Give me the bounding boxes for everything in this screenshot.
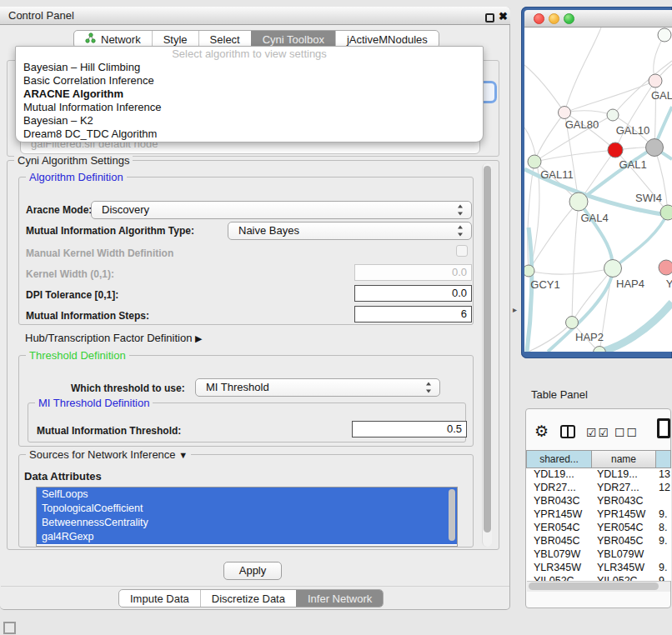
network-icon bbox=[85, 32, 96, 46]
minimize-traffic-light[interactable] bbox=[549, 13, 559, 24]
mi-steps-label: Mutual Information Steps: bbox=[26, 310, 149, 322]
attribute-item-selected[interactable]: BetweennessCentrality bbox=[37, 516, 457, 530]
table-row[interactable]: YPR145W YPR145W 9. bbox=[526, 508, 671, 522]
hub-definition-expander[interactable]: Hub/Transcription Factor Definition ▶ bbox=[25, 332, 202, 344]
mi-steps-field[interactable]: 6 bbox=[354, 306, 472, 322]
node[interactable] bbox=[649, 74, 662, 88]
tab-infer-network[interactable]: Infer Network bbox=[296, 590, 383, 607]
node-label: GCY1 bbox=[530, 278, 559, 291]
table-row[interactable]: YDR27... YDR27... 12 bbox=[526, 482, 671, 495]
zoom-traffic-light[interactable] bbox=[564, 13, 574, 24]
dropdown-item[interactable]: Dream8 DC_TDC Algorithm bbox=[16, 128, 483, 141]
node-label: HAP4 bbox=[616, 278, 644, 290]
tab-style[interactable]: Style bbox=[152, 31, 198, 48]
close-icon[interactable]: ✖ bbox=[499, 10, 508, 22]
node-swi4[interactable] bbox=[660, 205, 672, 220]
edge bbox=[529, 202, 579, 271]
tab-select[interactable]: Select bbox=[198, 31, 251, 48]
dropdown-item[interactable]: Mutual Information Inference bbox=[16, 101, 483, 114]
column-header-shared-name[interactable]: shared... bbox=[526, 450, 592, 468]
node-label: GAL bbox=[651, 89, 672, 102]
float-panel-icon[interactable] bbox=[485, 13, 494, 22]
settings-scrollbar-thumb[interactable] bbox=[484, 166, 491, 532]
node-hap4[interactable] bbox=[604, 260, 622, 278]
node-gray[interactable] bbox=[646, 139, 664, 157]
node-gcy1[interactable] bbox=[524, 265, 534, 277]
network-window-titlebar[interactable] bbox=[524, 10, 672, 28]
node[interactable] bbox=[658, 28, 671, 42]
node-label: HAP2 bbox=[575, 331, 604, 343]
combo-spinner-icon bbox=[457, 205, 464, 216]
node-gal1-selected[interactable] bbox=[608, 142, 623, 158]
dropdown-item[interactable]: Basic Correlation Inference bbox=[16, 74, 483, 88]
tab-network-label: Network bbox=[101, 33, 141, 46]
combo-spinner-icon bbox=[425, 382, 433, 393]
splitter-handle-icon[interactable]: ▸ bbox=[513, 305, 517, 314]
which-threshold-label: Which threshold to use: bbox=[71, 382, 185, 394]
node-hap2[interactable] bbox=[566, 317, 579, 329]
attribute-item-selected[interactable]: gal4RGexp bbox=[37, 530, 457, 544]
sources-title: Sources for Network Inference ▼ bbox=[26, 448, 191, 461]
node-pink[interactable] bbox=[659, 260, 672, 275]
which-threshold-combo[interactable]: MI Threshold bbox=[195, 378, 440, 397]
table-row[interactable]: YBL079W YBL079W bbox=[526, 548, 671, 562]
algorithm-definition-title: Algorithm Definition bbox=[26, 171, 127, 183]
mi-threshold-field[interactable]: 0.5 bbox=[352, 421, 467, 438]
node-gal10[interactable] bbox=[607, 109, 619, 121]
aracne-mode-label: Aracne Mode: bbox=[26, 204, 92, 216]
column-header-partial[interactable] bbox=[656, 450, 671, 468]
table-row[interactable]: YIL052C YIL052C 9 bbox=[526, 575, 671, 581]
settings-scrollbar[interactable] bbox=[482, 163, 492, 547]
deselect-all-columns-icon[interactable]: ☐☐ bbox=[614, 426, 639, 439]
attribute-item-selected[interactable]: SelfLoops bbox=[37, 488, 457, 502]
attributes-scrollbar-thumb[interactable] bbox=[449, 489, 455, 541]
aracne-mode-combo[interactable]: Discovery bbox=[91, 201, 472, 219]
table-row[interactable]: YBR043C YBR043C bbox=[526, 495, 671, 508]
apply-button[interactable]: Apply bbox=[223, 562, 282, 580]
node-label: SWI4 bbox=[635, 192, 662, 204]
new-table-icon[interactable] bbox=[657, 418, 670, 438]
threshold-definition-title: Threshold Definition bbox=[26, 349, 129, 362]
tab-network[interactable]: Network bbox=[74, 31, 152, 48]
bottom-tabbar: Impute Data Discretize Data Infer Networ… bbox=[118, 589, 384, 608]
mi-type-combo[interactable]: Naive Bayes bbox=[228, 222, 472, 240]
dropdown-item[interactable]: Bayesian – K2 bbox=[16, 114, 483, 128]
dpi-tolerance-label: DPI Tolerance [0,1]: bbox=[26, 289, 118, 301]
dropdown-item-selected[interactable]: ARACNE Algorithm bbox=[16, 88, 483, 101]
table-row[interactable]: YDL19... YDL19... 13 bbox=[526, 468, 671, 482]
control-panel-titlebar[interactable] bbox=[0, 7, 510, 25]
split-columns-icon[interactable] bbox=[560, 425, 575, 438]
close-traffic-light[interactable] bbox=[534, 13, 544, 24]
manual-kernel-checkbox[interactable] bbox=[456, 245, 468, 257]
table-row[interactable]: YBR045C YBR045C 9. bbox=[526, 535, 671, 548]
edge bbox=[534, 150, 615, 162]
tab-cyni-toolbox[interactable]: Cyni Toolbox bbox=[251, 31, 335, 48]
kernel-width-field[interactable]: 0.0 bbox=[354, 264, 472, 281]
dropdown-item[interactable]: Bayesian – Hill Climbing bbox=[16, 61, 483, 74]
select-all-columns-icon[interactable]: ☑☑ bbox=[586, 426, 610, 439]
table-horizontal-scrollbar-thumb[interactable] bbox=[529, 582, 659, 590]
edge bbox=[572, 268, 613, 322]
expander-collapsed-icon: ▶ bbox=[195, 333, 202, 343]
tab-impute-data[interactable]: Impute Data bbox=[119, 590, 200, 607]
table-row[interactable]: YLR345W YLR345W 9. bbox=[526, 562, 671, 575]
dpi-tolerance-field[interactable]: 0.0 bbox=[354, 285, 472, 302]
attribute-item-selected[interactable]: TopologicalCoefficient bbox=[37, 502, 457, 516]
tab-discretize-data[interactable]: Discretize Data bbox=[200, 590, 296, 607]
network-canvas[interactable]: GAL GAL80 GAL10 GAL1 GAL11 SWI4 GAL4 GCY… bbox=[524, 28, 672, 352]
column-header-name[interactable]: name bbox=[592, 450, 656, 468]
node-gal11[interactable] bbox=[528, 155, 541, 168]
table-row[interactable]: YER054C YER054C 8. bbox=[526, 522, 671, 535]
algorithm-definition-group: Algorithm Definition Aracne Mode: Discov… bbox=[18, 177, 474, 325]
collapsed-panel-icon[interactable] bbox=[3, 622, 16, 634]
gear-icon[interactable]: ⚙ bbox=[534, 422, 549, 441]
algorithm-dropdown-list: Select algorithm to view settings Bayesi… bbox=[15, 46, 484, 142]
node-label: Y bbox=[666, 278, 672, 290]
node-gal4[interactable] bbox=[569, 192, 588, 211]
kernel-width-label: Kernel Width (0,1): bbox=[26, 268, 114, 280]
edge-thick bbox=[601, 302, 672, 352]
node-gal80[interactable] bbox=[559, 107, 571, 119]
tab-jactivemnodules[interactable]: jActiveMNodules bbox=[335, 31, 439, 48]
table-rows: YDL19... YDL19... 13 YDR27... YDR27... 1… bbox=[526, 468, 671, 581]
table-panel-title: Table Panel bbox=[531, 388, 588, 401]
